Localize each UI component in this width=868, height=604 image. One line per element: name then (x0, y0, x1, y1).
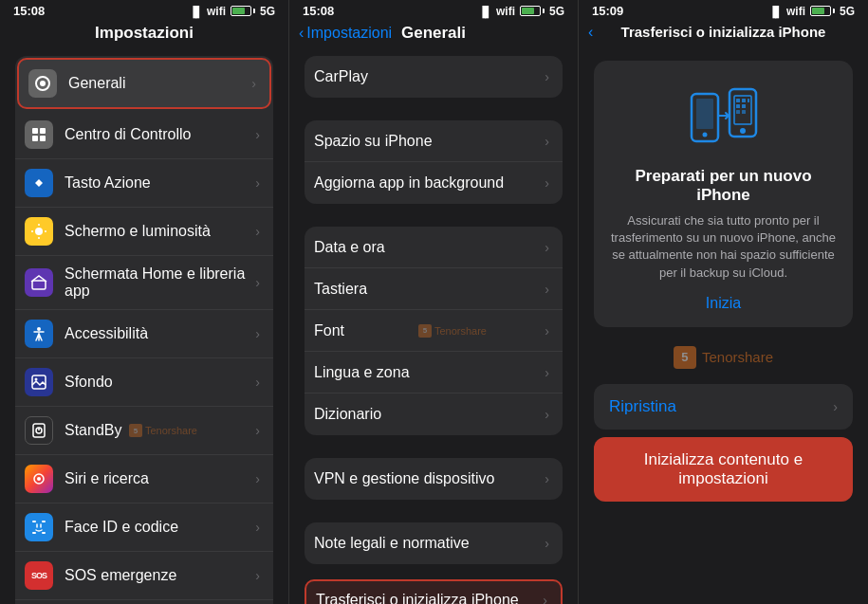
row-vpn[interactable]: VPN e gestione dispositivo › (305, 458, 563, 500)
settings-list-p1: Generali › Centro di Controllo › (0, 48, 288, 604)
ripristina-button[interactable]: Ripristina › (594, 384, 853, 430)
row-trasferisci-content: Trasferisci o inizializza iPhone › (316, 592, 547, 604)
svg-point-1 (40, 81, 46, 86)
lower2-section-p2: Note legali e normative › (305, 522, 563, 564)
back-arrow-p2: ‹ (299, 25, 304, 42)
row-note-legali[interactable]: Note legali e normative › (305, 522, 563, 564)
row-tastiera[interactable]: Tastiera › (305, 268, 563, 310)
status-bar-p1: 15:08 ▐▌ wifi 5G (0, 0, 288, 20)
bottom-section-p2: Trasferisci o inizializza iPhone › Spegn… (305, 579, 563, 604)
hero-description: Assicurati che sia tutto pronto per il t… (609, 212, 838, 282)
time-p1: 15:08 (13, 4, 45, 18)
icon-siri (25, 465, 53, 493)
watermark-font: 5 Tenorshare (418, 324, 487, 338)
row-azione-content: Tasto Azione › (65, 174, 260, 192)
chevron-carplay: › (545, 69, 549, 84)
back-button-p2[interactable]: ‹ Impostazioni (299, 25, 392, 42)
row-carplay[interactable]: CarPlay › (305, 56, 563, 98)
chevron-accessibilita: › (255, 326, 260, 341)
main-section-p1: Generali › Centro di Controllo › (15, 56, 273, 604)
transfer-content: Preparati per un nuovo iPhone Assicurati… (579, 46, 868, 604)
row-vpn-label: VPN e gestione dispositivo (314, 470, 545, 487)
status-icons-p3: ▐▌ wifi 5G (768, 5, 855, 18)
svg-rect-41 (736, 104, 740, 108)
row-trasferisci-label: Trasferisci o inizializza iPhone (316, 592, 543, 604)
svg-rect-21 (42, 521, 46, 522)
row-controllo[interactable]: Centro di Controllo › (15, 111, 273, 159)
row-schermo[interactable]: Schermo e luminosità › (15, 208, 273, 256)
row-aggiorna-content: Aggiorna app in background › (314, 174, 549, 192)
tenorshare-text: Tenorshare (702, 349, 773, 365)
svg-rect-4 (32, 136, 38, 141)
svg-rect-23 (42, 532, 46, 534)
svg-rect-40 (748, 99, 749, 102)
chevron-siri: › (255, 471, 260, 486)
svg-rect-22 (32, 532, 36, 534)
row-sos-label: SOS emergenze (65, 567, 255, 584)
time-p2: 15:08 (303, 4, 334, 18)
row-faceid-label: Face ID e codice (65, 519, 255, 536)
icon-sfondo (25, 368, 53, 396)
row-lingua-content: Lingua e zona › (314, 364, 549, 381)
time-p3: 15:09 (592, 4, 623, 18)
row-accessibilita-label: Accessibilità (65, 325, 255, 342)
row-faceid[interactable]: Face ID e codice › (15, 503, 273, 552)
row-trasferisci[interactable]: Trasferisci o inizializza iPhone › (305, 579, 563, 604)
row-siri-label: Siri e ricerca (65, 470, 255, 487)
row-notifiche[interactable]: Notifiche di esposizione › (15, 600, 273, 604)
row-home-label: Schermata Home e libreria app (65, 265, 255, 300)
chevron-schermo: › (255, 224, 260, 239)
icon-sos: SOS (25, 561, 53, 590)
back-button-p3[interactable]: ‹ (588, 24, 593, 41)
hero-icon (686, 80, 762, 156)
tenorshare-logo: 5 (674, 346, 696, 369)
chevron-font: › (545, 323, 549, 339)
signal-icon-p3: ▐▌ (768, 6, 782, 17)
row-sos[interactable]: SOS SOS emergenze › (15, 552, 273, 600)
inizializza-button[interactable]: Inizializza contenuto e impostazioni (594, 437, 853, 502)
row-dizionario[interactable]: Dizionario › (305, 394, 563, 435)
row-data[interactable]: Data e ora › (305, 227, 563, 268)
row-data-label: Data e ora (314, 239, 545, 256)
row-vpn-content: VPN e gestione dispositivo › (314, 470, 549, 487)
page-title-p3: Trasferisci o inizializza iPhone (621, 24, 826, 40)
row-lingua[interactable]: Lingua e zona › (305, 352, 563, 394)
row-tastiera-content: Tastiera › (314, 281, 549, 298)
svg-rect-44 (742, 110, 746, 114)
signal-icon-p2: ▐▌ (478, 6, 491, 17)
battery-p2 (520, 6, 545, 16)
row-carplay-content: CarPlay › (314, 68, 549, 85)
chevron-data: › (545, 240, 549, 255)
chevron-sfondo: › (255, 375, 260, 390)
row-siri[interactable]: Siri e ricerca › (15, 455, 273, 503)
row-note-content: Note legali e normative › (314, 535, 549, 552)
row-standby[interactable]: StandBy 5 Tenorshare › (15, 407, 273, 455)
svg-point-35 (702, 133, 707, 137)
icon-schermo (25, 217, 53, 246)
svg-rect-43 (736, 110, 740, 114)
row-accessibilita[interactable]: Accessibilità › (15, 310, 273, 358)
hero-link[interactable]: Inizia (706, 295, 741, 312)
chevron-home: › (255, 275, 260, 290)
chevron-spazio: › (545, 134, 549, 149)
row-controllo-label: Centro di Controllo (65, 126, 255, 143)
row-azione[interactable]: Tasto Azione › (15, 159, 273, 208)
row-carplay-label: CarPlay (314, 68, 545, 85)
svg-rect-42 (742, 104, 746, 108)
row-generali[interactable]: Generali › (17, 58, 271, 109)
row-schermo-content: Schermo e luminosità › (65, 223, 260, 240)
svg-point-12 (37, 327, 41, 331)
row-font[interactable]: Font 5 Tenorshare › (305, 310, 563, 352)
row-schermo-label: Schermo e luminosità (65, 223, 255, 240)
battery-label-p2: 5G (549, 5, 564, 18)
row-lingua-label: Lingua e zona (314, 364, 545, 381)
row-home[interactable]: Schermata Home e libreria app › (15, 256, 273, 310)
row-sfondo[interactable]: Sfondo › (15, 358, 273, 407)
chevron-standby: › (255, 423, 260, 438)
page-title-p2: Generali (401, 24, 466, 43)
row-aggiorna[interactable]: Aggiorna app in background › (305, 162, 563, 204)
action-section: Ripristina › Inizializza contenuto e imp… (594, 384, 853, 502)
chevron-trasferisci: › (543, 593, 547, 604)
row-spazio[interactable]: Spazio su iPhone › (305, 120, 563, 162)
row-faceid-content: Face ID e codice › (65, 519, 260, 536)
